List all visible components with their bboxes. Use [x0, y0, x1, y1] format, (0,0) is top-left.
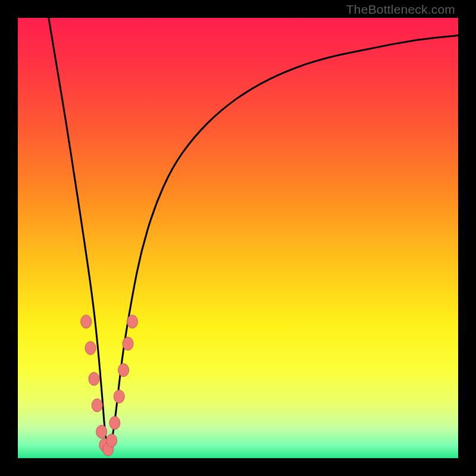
data-marker — [89, 372, 99, 386]
data-marker — [109, 416, 120, 430]
data-marker — [81, 315, 92, 328]
plot-area — [18, 18, 458, 458]
marker-group — [81, 315, 138, 456]
attribution-text: TheBottleneck.com — [346, 2, 455, 17]
data-marker — [92, 399, 102, 412]
data-marker — [96, 425, 107, 439]
data-marker — [123, 337, 133, 350]
data-marker — [114, 390, 124, 403]
outer-frame: TheBottleneck.com — [0, 0, 476, 476]
bottleneck-curve — [49, 18, 458, 447]
data-marker — [85, 342, 96, 355]
data-marker — [127, 315, 137, 328]
data-marker — [118, 364, 129, 377]
data-marker — [107, 434, 117, 447]
chart-svg — [18, 18, 458, 458]
